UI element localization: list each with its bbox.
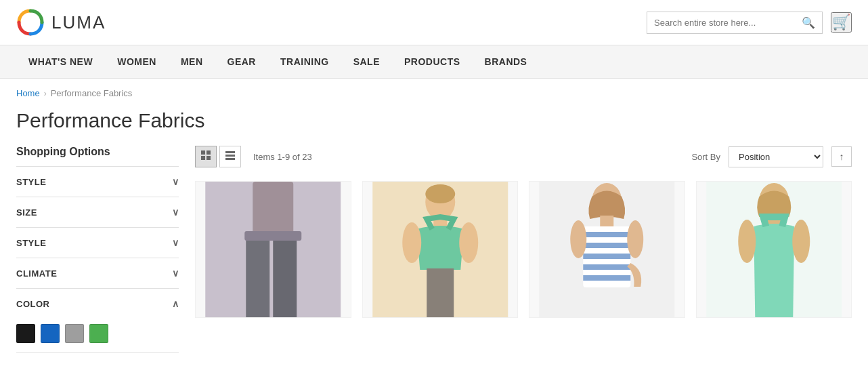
search-button[interactable]: 🔍 — [802, 16, 815, 29]
filter-color-label: COLOR — [16, 299, 49, 309]
svg-rect-22 — [600, 216, 613, 228]
list-icon — [225, 150, 236, 163]
list-view-button[interactable] — [219, 146, 241, 167]
products-area: Items 1-9 of 23 Sort By Position Product… — [195, 146, 852, 353]
color-swatch-blue[interactable] — [41, 324, 60, 343]
filter-size-header[interactable]: SIZE ∨ — [16, 197, 179, 227]
product-image — [363, 182, 518, 317]
cart-icon: 🛒 — [832, 14, 850, 31]
main-content: Shopping Options STYLE ∨ SIZE ∨ STYLE ∨ — [0, 146, 868, 369]
svg-rect-28 — [583, 275, 630, 281]
svg-rect-5 — [225, 151, 235, 153]
svg-rect-24 — [583, 232, 630, 237]
product-card[interactable] — [362, 181, 519, 318]
chevron-down-icon: ∨ — [172, 176, 179, 187]
svg-rect-6 — [225, 155, 235, 157]
product-image-svg — [529, 182, 685, 317]
sort-select[interactable]: Position Product Name Price — [729, 146, 823, 167]
filter-style1: STYLE ∨ — [16, 167, 179, 197]
sort-asc-icon: ↑ — [840, 151, 844, 162]
color-swatch-black[interactable] — [16, 324, 35, 343]
nav-item-sale[interactable]: Sale — [341, 45, 392, 78]
main-nav: What's New Women Men Gear Training Sale … — [0, 45, 868, 79]
product-image — [697, 182, 852, 317]
logo-text: LUMA — [51, 12, 106, 33]
svg-rect-7 — [225, 158, 235, 160]
nav-item-gear[interactable]: Gear — [215, 45, 268, 78]
product-card[interactable] — [529, 181, 685, 318]
product-grid — [195, 181, 852, 318]
site-header: LUMA 🔍 🛒 — [0, 0, 868, 45]
svg-rect-4 — [207, 156, 211, 160]
filter-color-header[interactable]: COLOR ∧ — [16, 289, 179, 319]
nav-item-brands[interactable]: Brands — [473, 45, 540, 78]
cart-button[interactable]: 🛒 — [831, 12, 852, 33]
filter-style1-label: STYLE — [16, 177, 46, 187]
svg-rect-26 — [583, 254, 630, 259]
breadcrumb-home[interactable]: Home — [16, 88, 40, 98]
svg-rect-25 — [583, 243, 630, 248]
search-box[interactable]: 🔍 — [647, 12, 823, 34]
filter-climate-label: CLIMATE — [16, 268, 57, 279]
breadcrumb-current: Performance Fabrics — [51, 88, 133, 98]
filter-climate: CLIMATE ∨ — [16, 258, 179, 289]
filter-style1-header[interactable]: STYLE ∨ — [16, 167, 179, 197]
nav-item-training[interactable]: Training — [268, 45, 341, 78]
svg-rect-2 — [207, 150, 211, 155]
svg-rect-10 — [246, 233, 269, 317]
page-title: Performance Fabrics — [0, 104, 868, 146]
filter-style2-label: STYLE — [16, 238, 46, 248]
color-swatch-gray[interactable] — [65, 324, 84, 343]
filter-size: SIZE ∨ — [16, 197, 179, 228]
filter-climate-header[interactable]: CLIMATE ∨ — [16, 258, 179, 288]
color-swatches — [16, 319, 179, 352]
color-swatch-green[interactable] — [89, 324, 108, 343]
product-image-svg — [196, 182, 351, 317]
svg-point-17 — [402, 222, 421, 263]
filter-size-label: SIZE — [16, 207, 37, 218]
product-image — [196, 182, 351, 317]
chevron-up-icon: ∧ — [172, 298, 179, 309]
logo-icon — [16, 8, 45, 37]
svg-point-30 — [627, 220, 643, 258]
logo[interactable]: LUMA — [16, 8, 106, 37]
svg-point-35 — [792, 220, 810, 263]
svg-rect-19 — [427, 268, 454, 317]
items-count: Items 1-9 of 23 — [253, 152, 683, 162]
grid-icon — [200, 150, 211, 163]
product-image — [529, 182, 685, 317]
svg-point-34 — [738, 220, 756, 263]
chevron-down-icon: ∨ — [172, 237, 179, 248]
svg-rect-12 — [244, 231, 301, 241]
chevron-down-icon: ∨ — [172, 268, 179, 279]
nav-item-whats-new[interactable]: What's New — [16, 45, 105, 78]
svg-rect-1 — [201, 150, 205, 155]
nav-item-products[interactable]: Products — [392, 45, 473, 78]
breadcrumb-separator: › — [44, 89, 47, 98]
sidebar-title: Shopping Options — [16, 146, 179, 167]
product-image-svg — [697, 182, 852, 317]
nav-item-men[interactable]: Men — [169, 45, 215, 78]
svg-point-15 — [425, 184, 455, 203]
filter-style2-header[interactable]: STYLE ∨ — [16, 228, 179, 258]
svg-rect-27 — [583, 264, 630, 270]
grid-view-button[interactable] — [195, 146, 217, 167]
product-card[interactable] — [696, 181, 852, 318]
filter-color: COLOR ∧ — [16, 289, 179, 353]
header-right: 🔍 🛒 — [647, 12, 852, 34]
product-card[interactable] — [195, 181, 351, 318]
svg-point-29 — [570, 220, 586, 258]
nav-item-women[interactable]: Women — [105, 45, 169, 78]
breadcrumb: Home › Performance Fabrics — [0, 79, 868, 104]
sort-direction-button[interactable]: ↑ — [831, 146, 852, 167]
search-input[interactable] — [654, 18, 802, 28]
svg-rect-3 — [201, 156, 205, 160]
filter-style2: STYLE ∨ — [16, 228, 179, 258]
svg-point-18 — [459, 222, 478, 263]
product-image-svg — [363, 182, 518, 317]
sidebar: Shopping Options STYLE ∨ SIZE ∨ STYLE ∨ — [16, 146, 179, 353]
search-icon: 🔍 — [802, 17, 815, 28]
sort-label: Sort By — [691, 152, 720, 162]
svg-rect-9 — [253, 182, 293, 236]
view-toggle — [195, 146, 241, 167]
